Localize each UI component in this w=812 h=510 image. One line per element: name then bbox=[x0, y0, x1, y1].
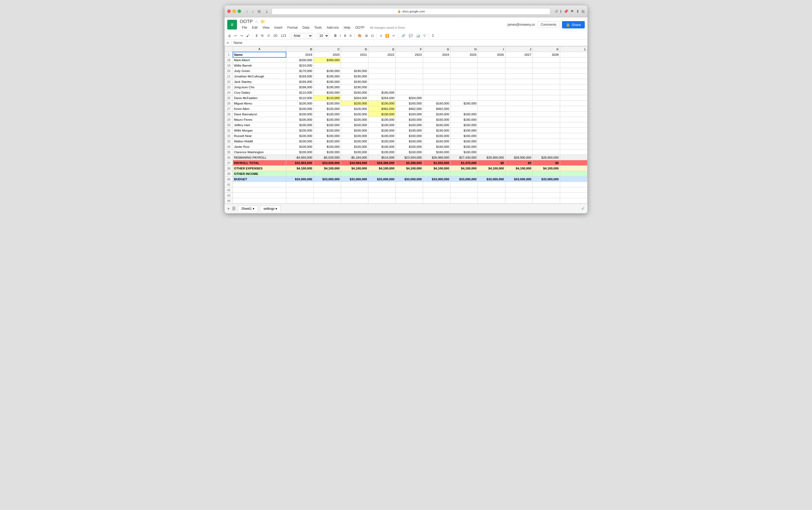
col-k-header[interactable]: K bbox=[532, 47, 560, 52]
cell-b[interactable]: $330,000 bbox=[286, 57, 313, 63]
cell-g[interactable]: $160,000 bbox=[423, 117, 451, 122]
cell-c[interactable]: $190,000 bbox=[313, 85, 341, 90]
cell-g[interactable]: $160,000 bbox=[423, 112, 451, 117]
col-c-header[interactable]: C bbox=[313, 47, 341, 52]
url-bar[interactable]: 🔒 docs.google.com bbox=[272, 8, 550, 14]
cell-i[interactable] bbox=[478, 171, 505, 177]
cell-b[interactable]: $169,000 bbox=[286, 73, 313, 79]
flag-icon[interactable]: ⚑ bbox=[571, 9, 574, 13]
cell-f[interactable]: $462,000 bbox=[396, 106, 423, 112]
cell-e[interactable] bbox=[368, 85, 396, 90]
cell-d1[interactable]: 2021 bbox=[341, 52, 368, 57]
cell-c[interactable]: $100,000 bbox=[313, 117, 341, 122]
cell-k[interactable] bbox=[532, 187, 560, 193]
cell-j[interactable] bbox=[505, 149, 532, 155]
cell-i1[interactable]: 2026 bbox=[478, 52, 505, 57]
cell-e[interactable]: $100,000 bbox=[368, 144, 396, 149]
cell-f[interactable] bbox=[396, 198, 423, 204]
cell-g[interactable] bbox=[423, 79, 451, 85]
cell-d[interactable]: $100,000 bbox=[341, 133, 368, 139]
cell-f[interactable] bbox=[396, 182, 423, 187]
info-icon[interactable]: ℹ bbox=[560, 9, 561, 13]
cell-i[interactable] bbox=[478, 187, 505, 193]
cell-g[interactable] bbox=[423, 68, 451, 73]
cell-f[interactable]: $160,000 bbox=[396, 144, 423, 149]
cell-f[interactable]: $160,000 bbox=[396, 149, 423, 155]
cell-b[interactable]: $100,000 bbox=[286, 133, 313, 139]
cell-h[interactable] bbox=[451, 68, 478, 73]
cell-d[interactable]: $100,000 bbox=[341, 112, 368, 117]
cell-name[interactable]: Jeffery Hart bbox=[233, 122, 286, 128]
cell-k[interactable] bbox=[532, 68, 560, 73]
cell-name[interactable]: Dave Bannatyne bbox=[233, 112, 286, 117]
undo-button[interactable]: ↩ bbox=[233, 33, 238, 38]
borders-button[interactable]: ⊞ bbox=[364, 33, 369, 38]
cell-name[interactable]: Mauro Flores bbox=[233, 117, 286, 122]
col-h-header[interactable]: H bbox=[451, 47, 478, 52]
cell-i[interactable] bbox=[478, 182, 505, 187]
reload-icon[interactable]: ↺ bbox=[555, 9, 558, 13]
doc-title[interactable]: OOTP bbox=[240, 19, 253, 24]
cell-e[interactable]: $462,000 bbox=[368, 106, 396, 112]
cell-e[interactable]: $100,000 bbox=[368, 117, 396, 122]
chart-button[interactable]: 📊 bbox=[415, 33, 421, 38]
cell-e[interactable]: $33,000,000 bbox=[368, 177, 396, 182]
cell-f[interactable] bbox=[396, 79, 423, 85]
cell-d[interactable]: $160,000 bbox=[341, 90, 368, 95]
forward-button[interactable]: › bbox=[251, 9, 255, 14]
cell-h[interactable]: $160,000 bbox=[451, 144, 478, 149]
cell-h[interactable] bbox=[451, 106, 478, 112]
cell-h[interactable] bbox=[451, 198, 478, 204]
cell-h[interactable] bbox=[451, 95, 478, 101]
fill-color-button[interactable]: 🎨 bbox=[357, 33, 363, 38]
comments-button[interactable]: Comments bbox=[538, 21, 559, 28]
col-f-header[interactable]: F bbox=[396, 47, 423, 52]
v-align-button[interactable]: ⏬ bbox=[384, 33, 390, 38]
cell-d[interactable]: $190,000 bbox=[341, 68, 368, 73]
cell-i[interactable] bbox=[478, 90, 505, 95]
cell-h1[interactable]: 2025 bbox=[451, 52, 478, 57]
cell-c[interactable]: $4,100,000 bbox=[313, 166, 341, 171]
cell-h[interactable]: $160,000 bbox=[451, 149, 478, 155]
cell-f[interactable] bbox=[396, 68, 423, 73]
cell-e[interactable]: $100,000 bbox=[368, 128, 396, 133]
cell-d[interactable] bbox=[341, 63, 368, 68]
cell-k[interactable] bbox=[532, 73, 560, 79]
cell-i[interactable] bbox=[478, 198, 505, 204]
cell-i[interactable] bbox=[478, 63, 505, 68]
cell-d[interactable]: $100,000 bbox=[341, 144, 368, 149]
cell-k[interactable] bbox=[532, 90, 560, 95]
cell-j[interactable] bbox=[505, 112, 532, 117]
cell-c1[interactable]: 2020 bbox=[313, 52, 341, 57]
cell-c[interactable]: $100,000 bbox=[313, 122, 341, 128]
sheet-list-button[interactable]: ☰ bbox=[232, 206, 236, 211]
cell-c[interactable] bbox=[313, 63, 341, 68]
cell-j[interactable] bbox=[505, 79, 532, 85]
add-sheet-button[interactable]: + bbox=[227, 206, 230, 211]
paint-format-button[interactable]: 🖌 bbox=[245, 33, 251, 38]
cell-e[interactable]: $28,386,000 bbox=[368, 160, 396, 166]
menu-edit[interactable]: Edit bbox=[250, 25, 260, 30]
cell-f[interactable] bbox=[396, 85, 423, 90]
cell-h[interactable]: $33,000,000 bbox=[451, 177, 478, 182]
cell-k[interactable] bbox=[532, 101, 560, 106]
merge-button[interactable]: ⊡ bbox=[370, 33, 375, 38]
minimize-button[interactable] bbox=[232, 9, 236, 13]
cell-d[interactable] bbox=[341, 171, 368, 177]
cell-k[interactable] bbox=[532, 95, 560, 101]
cell-c[interactable]: $100,000 bbox=[313, 139, 341, 144]
cell-b[interactable]: $4,100,000 bbox=[286, 166, 313, 171]
cell-e[interactable] bbox=[368, 193, 396, 198]
col-e-header[interactable]: E bbox=[368, 47, 396, 52]
cell-i[interactable] bbox=[478, 133, 505, 139]
filter-button[interactable]: ▽ bbox=[422, 33, 427, 38]
cell-j[interactable] bbox=[505, 139, 532, 144]
cell-i[interactable] bbox=[478, 101, 505, 106]
redo-button[interactable]: ↪ bbox=[239, 33, 244, 38]
cell-d[interactable]: $34,084,000 bbox=[341, 160, 368, 166]
cell-b[interactable]: $110,000 bbox=[286, 90, 313, 95]
cell-d[interactable]: $100,000 bbox=[341, 128, 368, 133]
cell-e[interactable]: $264,000 bbox=[368, 95, 396, 101]
cell-j[interactable] bbox=[505, 63, 532, 68]
cell-j[interactable] bbox=[505, 198, 532, 204]
